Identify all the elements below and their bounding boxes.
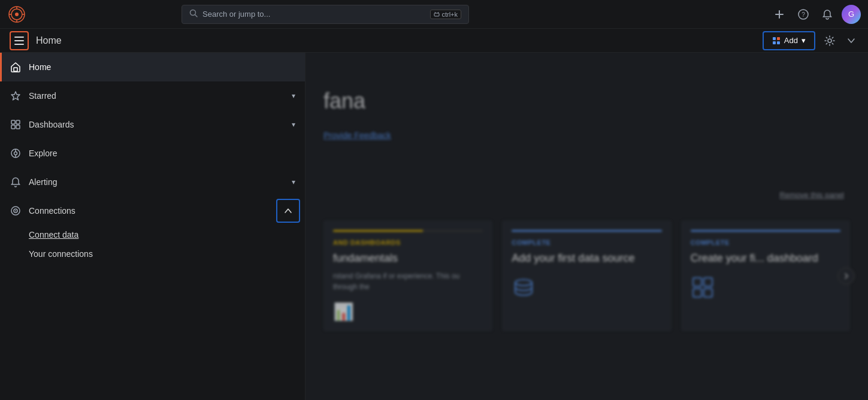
- svg-rect-35: [693, 278, 701, 286]
- card-progress-bar: [333, 230, 483, 232]
- new-plus-button[interactable]: [770, 5, 789, 24]
- alerting-chevron-icon: ▾: [292, 178, 295, 186]
- svg-text:?: ?: [802, 11, 805, 18]
- dashboards-icon: [10, 119, 22, 131]
- svg-rect-16: [773, 37, 776, 40]
- grafana-welcome-title: fana: [323, 89, 365, 114]
- sidebar-connections-label: Connections: [29, 206, 269, 216]
- svg-rect-36: [704, 278, 712, 286]
- connections-submenu: Connect data Your connections: [0, 225, 305, 268]
- card-badge: COMPLETE: [691, 239, 840, 246]
- sidebar-item-alerting[interactable]: Alerting ▾: [0, 168, 305, 196]
- svg-point-28: [14, 152, 17, 155]
- home-icon: [10, 61, 22, 73]
- svg-marker-22: [11, 92, 20, 100]
- svg-rect-23: [11, 120, 15, 124]
- svg-line-8: [195, 15, 198, 17]
- sidebar-item-explore[interactable]: Explore: [0, 139, 305, 168]
- svg-rect-24: [16, 120, 20, 124]
- starred-chevron-icon: ▾: [292, 92, 295, 100]
- sidebar-starred-label: Starred: [29, 91, 285, 101]
- svg-rect-38: [704, 289, 712, 297]
- sidebar-item-dashboards[interactable]: Dashboards ▾: [0, 110, 305, 139]
- card-title: Create your fi... dashboard: [691, 251, 840, 266]
- dashboards-chevron-icon: ▾: [292, 120, 295, 129]
- sidebar-dashboards-label: Dashboards: [29, 120, 285, 129]
- add-chevron-icon: ▾: [802, 36, 806, 45]
- card-datasource: COMPLETE Add your first data source: [502, 220, 671, 331]
- card-badge: AND DASHBOARDS: [333, 239, 483, 246]
- connections-icon: [10, 205, 22, 217]
- secondbar: Home Add ▾: [0, 29, 868, 53]
- add-button-label: Add: [784, 36, 798, 45]
- remove-panel-link[interactable]: Remove this panel: [779, 190, 844, 199]
- dashboard-grid-icon: [691, 275, 840, 305]
- star-icon: [10, 90, 22, 102]
- card-description: rstand Grafana if or experience. This ou…: [333, 271, 483, 292]
- content-blurred: fana Provide Feedback Remove this panel …: [306, 53, 868, 400]
- card-create-dashboard: COMPLETE Create your fi... dashboard: [681, 220, 850, 331]
- svg-rect-26: [16, 125, 20, 129]
- card-fundamentals: AND DASHBOARDS fundamentals rstand Grafa…: [323, 220, 492, 331]
- sidebar-item-connections[interactable]: Connections: [0, 196, 305, 225]
- card-title: Add your first data source: [512, 251, 661, 266]
- topbar: Search or jump to... ctrl+k ? G: [0, 0, 868, 29]
- sidebar-alerting-label: Alerting: [29, 177, 285, 187]
- svg-rect-21: [14, 68, 17, 71]
- card-next-arrow[interactable]: [838, 268, 855, 284]
- sidebar-your-connections[interactable]: Your connections: [0, 244, 305, 263]
- svg-rect-17: [777, 37, 780, 40]
- connect-data-label: Connect data: [29, 230, 78, 240]
- collapse-panel-button[interactable]: [844, 34, 858, 48]
- connections-section: Connections: [0, 196, 305, 225]
- sidebar-item-home[interactable]: Home: [0, 53, 305, 81]
- alerting-icon: [10, 176, 22, 188]
- svg-rect-25: [11, 125, 15, 129]
- sidebar-connect-data[interactable]: Connect data: [0, 225, 305, 244]
- svg-point-34: [515, 280, 532, 286]
- settings-button[interactable]: [820, 31, 839, 50]
- svg-point-20: [828, 39, 831, 43]
- secondbar-right: Add ▾: [763, 31, 858, 50]
- card-badge: COMPLETE: [512, 239, 661, 246]
- provide-feedback-link[interactable]: Provide Feedback: [323, 131, 391, 140]
- keyboard-shortcut: ctrl+k: [430, 10, 461, 19]
- hamburger-line-3: [14, 44, 24, 45]
- database-icon: [512, 275, 661, 305]
- main-content: Home Starred ▾ Dashboards: [0, 53, 868, 400]
- grafana-logo[interactable]: [7, 5, 26, 24]
- your-connections-label: Your connections: [29, 249, 93, 259]
- explore-icon: [10, 147, 22, 159]
- svg-rect-19: [777, 41, 780, 44]
- dashboard-add-button[interactable]: Add ▾: [763, 31, 815, 50]
- connections-collapse-button[interactable]: [276, 199, 300, 223]
- help-button[interactable]: ?: [794, 5, 813, 24]
- notifications-button[interactable]: [818, 5, 837, 24]
- svg-rect-18: [773, 41, 776, 44]
- hamburger-line-2: [14, 40, 24, 41]
- svg-rect-37: [693, 289, 701, 297]
- svg-point-2: [15, 13, 19, 16]
- card-icon: 📊: [333, 302, 483, 322]
- search-icon: [189, 9, 198, 19]
- svg-point-33: [15, 210, 16, 211]
- card-progress-bar: [512, 230, 661, 232]
- sidebar-explore-label: Explore: [29, 149, 295, 158]
- card-title: fundamentals: [333, 251, 483, 266]
- page-title: Home: [36, 35, 62, 46]
- sidebar: Home Starred ▾ Dashboards: [0, 53, 306, 400]
- hamburger-line-1: [14, 37, 24, 38]
- search-placeholder-text: Search or jump to...: [202, 10, 425, 19]
- sidebar-home-label: Home: [29, 62, 295, 72]
- sidebar-item-starred[interactable]: Starred ▾: [0, 81, 305, 110]
- menu-toggle-button[interactable]: [10, 31, 29, 50]
- content-area: fana Provide Feedback Remove this panel …: [306, 53, 868, 400]
- svg-rect-9: [434, 13, 439, 16]
- avatar[interactable]: G: [842, 5, 861, 24]
- onboarding-cards: AND DASHBOARDS fundamentals rstand Grafa…: [323, 220, 850, 331]
- card-progress-bar: [691, 230, 840, 232]
- search-bar[interactable]: Search or jump to... ctrl+k: [182, 5, 469, 24]
- topbar-right: ? G: [770, 5, 861, 24]
- shortcut-text: ctrl+k: [441, 11, 458, 18]
